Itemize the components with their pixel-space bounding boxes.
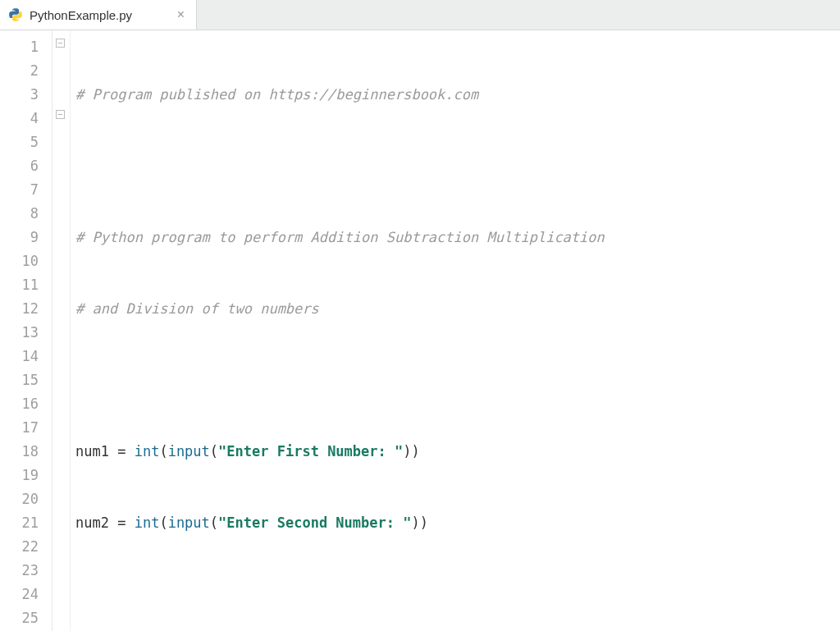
line-number: 24 <box>0 583 52 606</box>
line-number: 7 <box>0 178 52 202</box>
line-number: 10 <box>0 249 52 273</box>
code-area[interactable]: # Program published on https://beginners… <box>71 30 840 631</box>
line-number: 22 <box>0 535 52 559</box>
line-number: 19 <box>0 464 52 487</box>
line-number: 21 <box>0 511 52 535</box>
line-number: 15 <box>0 368 52 392</box>
line-number: 25 <box>0 606 52 630</box>
close-tab-button[interactable]: × <box>174 7 188 22</box>
line-number: 14 <box>0 345 52 368</box>
code-line: num1 = int(input("Enter First Number: ")… <box>75 440 840 464</box>
line-number: 17 <box>0 416 52 440</box>
code-line: # Program published on https://beginners… <box>75 83 840 107</box>
file-tab[interactable]: PythonExample.py × <box>0 0 197 30</box>
line-number-gutter: 1 2 3 4 5 6 7 8 9 10 11 12 13 14 15 16 1… <box>0 30 52 631</box>
python-file-icon <box>8 7 23 22</box>
line-number: 13 <box>0 321 52 345</box>
line-number: 2 <box>0 59 52 83</box>
fold-toggle-icon[interactable]: – <box>56 110 65 119</box>
line-number: 16 <box>0 392 52 416</box>
line-number: 18 <box>0 440 52 464</box>
line-number: 11 <box>0 273 52 297</box>
code-editor[interactable]: 1 2 3 4 5 6 7 8 9 10 11 12 13 14 15 16 1… <box>0 30 840 631</box>
line-number: 6 <box>0 154 52 178</box>
code-line: # Python program to perform Addition Sub… <box>75 226 840 249</box>
line-number: 8 <box>0 202 52 226</box>
line-number: 9 <box>0 226 52 249</box>
code-line <box>75 154 840 178</box>
fold-column: – – <box>52 30 71 631</box>
line-number: 4 <box>0 107 52 130</box>
line-number: 3 <box>0 83 52 107</box>
code-line <box>75 368 840 392</box>
tab-filename: PythonExample.py <box>30 8 167 22</box>
fold-toggle-icon[interactable]: – <box>56 39 65 48</box>
line-number: 1 <box>0 35 52 59</box>
line-number: 20 <box>0 487 52 511</box>
code-line: # and Division of two numbers <box>75 297 840 321</box>
line-number: 23 <box>0 559 52 583</box>
tab-bar: PythonExample.py × <box>0 0 840 30</box>
code-line <box>75 583 840 606</box>
code-line: num2 = int(input("Enter Second Number: "… <box>75 511 840 535</box>
line-number: 12 <box>0 297 52 321</box>
line-number: 5 <box>0 130 52 154</box>
